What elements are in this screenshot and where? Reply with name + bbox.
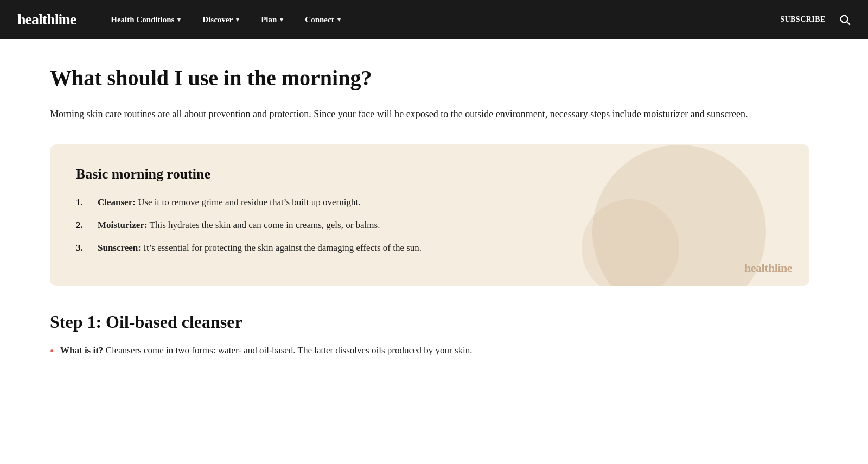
search-button[interactable] bbox=[839, 14, 851, 26]
nav-item-plan[interactable]: Plan ▾ bbox=[252, 11, 292, 29]
svg-line-1 bbox=[847, 22, 850, 24]
callout-title: Basic morning routine bbox=[76, 166, 783, 182]
list-item-term: Sunscreen: bbox=[98, 243, 141, 253]
list-item-description: Use it to remove grime and residue that’… bbox=[138, 197, 360, 207]
list-item-content: Sunscreen: It’s essential for protecting… bbox=[98, 241, 422, 255]
bullet-icon: • bbox=[50, 343, 54, 359]
callout-list: Cleanser: Use it to remove grime and res… bbox=[76, 195, 783, 256]
chevron-down-icon: ▾ bbox=[280, 16, 283, 23]
article-intro-text: Morning skin care routines are all about… bbox=[50, 106, 809, 123]
list-item: Moisturizer: This hydrates the skin and … bbox=[76, 218, 783, 232]
site-logo[interactable]: healthline bbox=[17, 11, 76, 28]
nav-label-discover: Discover bbox=[202, 15, 233, 24]
list-item: Cleanser: Use it to remove grime and res… bbox=[76, 195, 783, 209]
nav-label-connect: Connect bbox=[305, 15, 334, 24]
bullet-term: What is it? bbox=[60, 345, 103, 355]
nav-item-connect[interactable]: Connect ▾ bbox=[296, 11, 349, 29]
nav-item-health-conditions[interactable]: Health Conditions ▾ bbox=[102, 11, 189, 29]
list-item-content: Moisturizer: This hydrates the skin and … bbox=[98, 218, 380, 232]
subscribe-button[interactable]: SUBSCRIBE bbox=[780, 15, 826, 24]
step1-title: Step 1: Oil-based cleanser bbox=[50, 312, 809, 332]
chevron-down-icon: ▾ bbox=[337, 16, 341, 23]
nav-label-plan: Plan bbox=[261, 15, 277, 24]
list-item-content: Cleanser: Use it to remove grime and res… bbox=[98, 195, 360, 209]
nav-item-discover[interactable]: Discover ▾ bbox=[194, 11, 248, 29]
bullet-item: • What is it? Cleansers come in two form… bbox=[50, 343, 809, 359]
list-item-description: This hydrates the skin and can come in c… bbox=[150, 220, 380, 230]
chevron-down-icon: ▾ bbox=[236, 16, 239, 23]
nav-right: SUBSCRIBE bbox=[780, 14, 851, 26]
bullet-text: What is it? Cleansers come in two forms:… bbox=[60, 343, 473, 358]
bullet-description-text: Cleansers come in two forms: water- and … bbox=[106, 345, 473, 355]
main-content: What should I use in the morning? Mornin… bbox=[33, 39, 835, 390]
callout-box: Basic morning routine Cleanser: Use it t… bbox=[50, 144, 809, 286]
list-item-description: It’s essential for protecting the skin a… bbox=[143, 243, 422, 253]
list-item-term: Moisturizer: bbox=[98, 220, 148, 230]
main-navigation: healthline Health Conditions ▾ Discover … bbox=[0, 0, 868, 39]
nav-links: Health Conditions ▾ Discover ▾ Plan ▾ Co… bbox=[102, 11, 780, 29]
list-item-term: Cleanser: bbox=[98, 197, 136, 207]
nav-label-health-conditions: Health Conditions bbox=[111, 15, 174, 24]
callout-watermark: healthline bbox=[744, 261, 792, 275]
list-item: Sunscreen: It’s essential for protecting… bbox=[76, 241, 783, 255]
step1-content: • What is it? Cleansers come in two form… bbox=[50, 343, 809, 359]
section-title: What should I use in the morning? bbox=[50, 65, 809, 91]
chevron-down-icon: ▾ bbox=[177, 16, 181, 23]
